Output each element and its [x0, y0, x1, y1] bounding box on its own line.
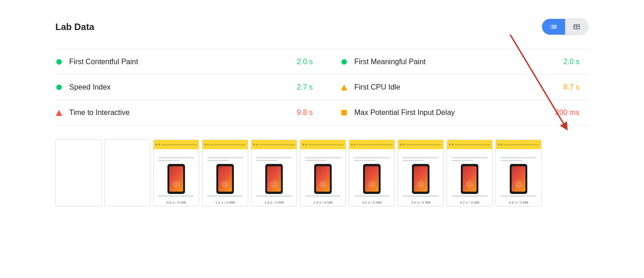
grid-view-button[interactable]	[565, 19, 588, 35]
metric-max-potential-fid: Max Potential First Input Delay 200 ms	[322, 100, 589, 126]
header-row: Lab Data	[55, 18, 589, 35]
red-triangle-icon	[55, 109, 63, 116]
metric-name: Speed Index	[69, 83, 297, 91]
filmstrip-frame	[104, 139, 150, 206]
filmstrip-frame: 4.2 s / 0 MB	[447, 139, 493, 206]
metric-value: 2.0 s	[297, 58, 313, 66]
grid-icon	[572, 23, 581, 31]
filmstrip: 0.6 s / 0 MB	[55, 139, 589, 208]
metric-first-contentful-paint: First Contentful Paint 2.0 s	[55, 49, 322, 75]
orange-square-icon	[340, 109, 348, 116]
metric-name: Time to Interactive	[69, 109, 297, 117]
metric-name: First CPU Idle	[354, 83, 563, 91]
list-view-button[interactable]	[542, 19, 565, 35]
metric-value: 200 ms	[555, 109, 579, 117]
view-toggle	[542, 18, 589, 35]
green-circle-icon	[55, 58, 63, 66]
filmstrip-frame: 3.6 s / 0 MB	[398, 139, 444, 206]
lab-data-title: Lab Data	[55, 22, 94, 32]
metric-first-meaningful-paint: First Meaningful Paint 2.0 s	[322, 49, 589, 75]
metric-name: First Contentful Paint	[69, 58, 297, 66]
filmstrip-frame: 0.6 s / 0 MB	[153, 139, 199, 206]
filmstrip-frame: 2.4 s / 0 MB	[300, 139, 346, 206]
metric-value: 8.7 s	[563, 83, 579, 91]
metric-time-to-interactive: Time to Interactive 9.8 s	[55, 100, 322, 126]
page-container: Lab Data	[0, 0, 644, 227]
filmstrip-frame: 1.8 s / 0 MB	[251, 139, 297, 206]
filmstrip-frame: 3.0 s / 0 MB	[349, 139, 395, 206]
filmstrip-frame	[55, 139, 101, 206]
metric-value: 2.7 s	[297, 83, 313, 91]
filmstrip-frame: 4.8 s / 0 MB	[495, 139, 542, 206]
metric-first-cpu-idle: First CPU Idle 8.7 s	[322, 75, 589, 100]
metric-value: 2.0 s	[563, 58, 579, 66]
metric-speed-index: Speed Index 2.7 s	[55, 75, 322, 100]
metric-name: First Meaningful Paint	[354, 58, 563, 66]
metric-value: 9.8 s	[297, 109, 313, 117]
orange-triangle-icon	[340, 84, 348, 91]
list-icon	[549, 23, 558, 31]
green-circle-icon-3	[55, 84, 63, 91]
metrics-grid: First Contentful Paint 2.0 s First Meani…	[55, 49, 589, 126]
filmstrip-frame: 1.2 s / 0 MB	[202, 139, 248, 206]
green-circle-icon-2	[340, 58, 348, 66]
metric-name: Max Potential First Input Delay	[354, 109, 555, 117]
